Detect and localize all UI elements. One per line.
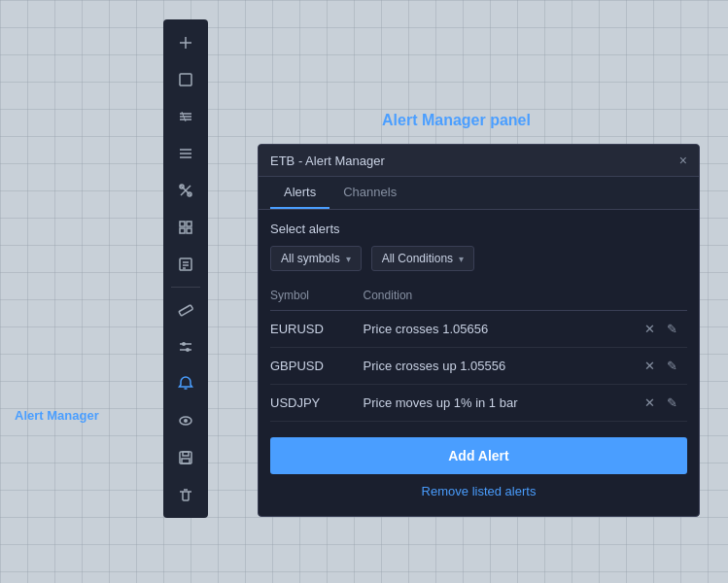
edit-alert-button[interactable]: ✎ [663, 357, 681, 375]
symbol-cell: EURUSD [270, 311, 364, 348]
select-alerts-label: Select alerts [270, 222, 687, 236]
symbol-cell: USDJPY [270, 385, 364, 422]
svg-rect-17 [187, 228, 191, 233]
horizontal-lines-icon[interactable] [168, 136, 203, 171]
all-conditions-label: All Conditions [382, 252, 453, 265]
filter-row: All symbols ▾ All Conditions ▾ [270, 246, 687, 271]
svg-point-26 [186, 348, 190, 352]
alert-manager-panel: ETB - Alert Manager × Alerts Channels Se… [258, 144, 700, 517]
all-conditions-dropdown[interactable]: All Conditions ▾ [371, 246, 474, 271]
panel-header-title: ETB - Alert Manager [270, 154, 385, 168]
save-icon[interactable] [168, 440, 203, 475]
sliders-icon[interactable] [168, 329, 203, 364]
toolbar [163, 19, 208, 518]
frame-icon[interactable] [168, 62, 203, 97]
svg-rect-15 [187, 222, 191, 226]
svg-rect-32 [182, 459, 190, 463]
alerts-table: Symbol Condition EURUSD Price crosses 1.… [270, 285, 687, 422]
chevron-down-icon: ▾ [346, 254, 351, 264]
actions-cell: ✕ ✎ [614, 311, 687, 348]
actions-cell: ✕ ✎ [614, 348, 687, 385]
svg-rect-16 [180, 228, 185, 233]
delete-alert-button[interactable]: ✕ [641, 320, 659, 338]
delete-alert-button[interactable]: ✕ [641, 394, 659, 412]
all-symbols-label: All symbols [281, 252, 340, 265]
symbol-cell: GBPUSD [270, 348, 364, 385]
svg-rect-31 [183, 452, 189, 456]
edit-alert-button[interactable]: ✎ [663, 394, 681, 412]
text-chart-icon[interactable] [168, 247, 203, 282]
panel-header: ETB - Alert Manager × [259, 145, 699, 177]
panel-tabs: Alerts Channels [259, 177, 699, 210]
delete-alert-button[interactable]: ✕ [641, 357, 659, 375]
toolbar-divider [171, 287, 200, 288]
remove-listed-alerts-link[interactable]: Remove listed alerts [270, 484, 687, 504]
ruler-icon[interactable] [168, 292, 203, 327]
svg-rect-14 [180, 222, 185, 226]
alert-manager-sidebar-label: Alert Manager [15, 408, 99, 423]
condition-cell: Price moves up 1% in 1 bar [364, 385, 615, 422]
all-symbols-dropdown[interactable]: All symbols ▾ [270, 246, 362, 271]
svg-rect-22 [179, 305, 193, 316]
widget-icon[interactable] [168, 210, 203, 245]
svg-point-25 [182, 342, 186, 346]
svg-point-29 [184, 419, 188, 423]
condition-cell: Price crosses up 1.05556 [364, 348, 615, 385]
panel-body: Select alerts All symbols ▾ All Conditio… [259, 210, 699, 516]
condition-cell: Price crosses 1.05656 [364, 311, 615, 348]
diagonal-lines-icon[interactable] [168, 99, 203, 134]
scissors-icon[interactable] [168, 173, 203, 208]
chevron-down-icon: ▾ [459, 254, 464, 264]
add-alert-button[interactable]: Add Alert [270, 437, 687, 474]
eye-icon[interactable] [168, 403, 203, 438]
table-row: USDJPY Price moves up 1% in 1 bar ✕ ✎ [270, 385, 687, 422]
tab-channels[interactable]: Channels [329, 177, 410, 209]
panel-title: Alert Manager panel [262, 112, 650, 129]
actions-cell: ✕ ✎ [614, 385, 687, 422]
alert-bell-icon[interactable] [168, 366, 203, 401]
panel-close-button[interactable]: × [679, 153, 687, 168]
svg-rect-2 [180, 74, 191, 86]
table-row: EURUSD Price crosses 1.05656 ✕ ✎ [270, 311, 687, 348]
trash-icon[interactable] [168, 477, 203, 512]
tab-alerts[interactable]: Alerts [270, 177, 329, 209]
edit-alert-button[interactable]: ✎ [663, 320, 681, 338]
col-header-symbol: Symbol [270, 285, 364, 311]
table-row: GBPUSD Price crosses up 1.05556 ✕ ✎ [270, 348, 687, 385]
plus-icon[interactable] [168, 25, 203, 60]
col-header-condition: Condition [364, 285, 615, 311]
